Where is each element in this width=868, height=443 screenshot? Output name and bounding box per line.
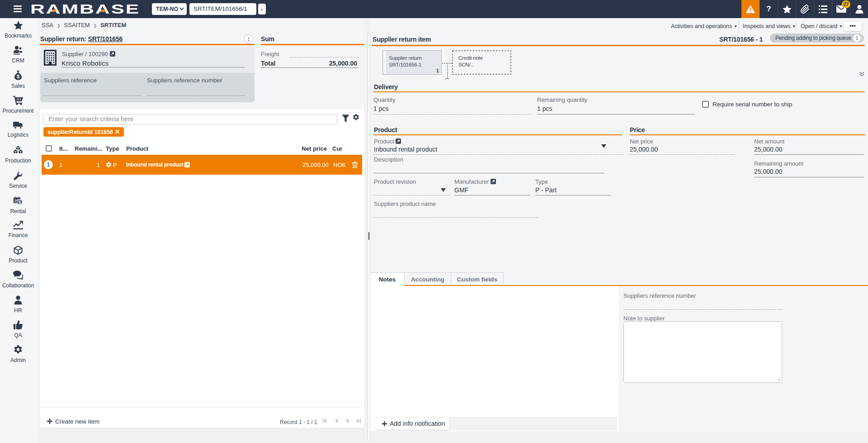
svg-text:$: $ (17, 74, 19, 79)
svg-text:RAMBASE: RAMBASE (30, 3, 140, 15)
svg-text:$: $ (18, 200, 21, 205)
